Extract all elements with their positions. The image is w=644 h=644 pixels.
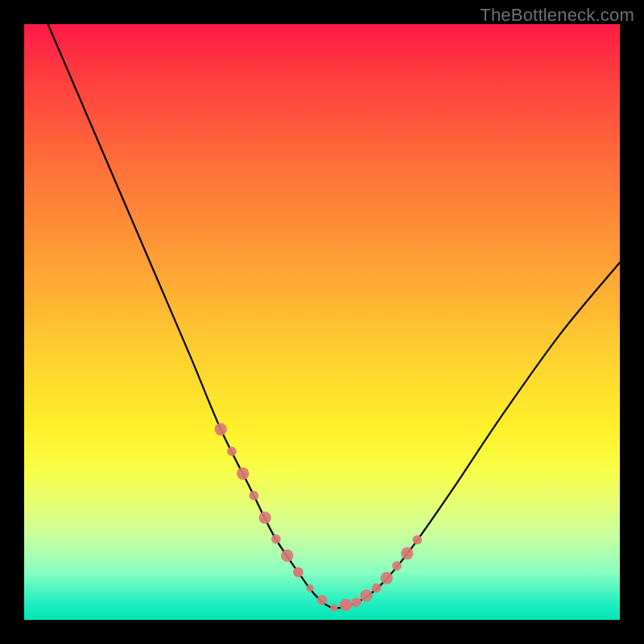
data-marker [227, 447, 237, 456]
data-marker [281, 550, 293, 562]
data-marker [360, 589, 372, 601]
data-marker [294, 568, 303, 577]
bottleneck-curve [24, 24, 620, 620]
data-marker [250, 491, 259, 501]
data-marker [372, 584, 382, 593]
marker-cluster-right [340, 535, 422, 612]
data-marker [351, 597, 361, 607]
data-marker [215, 423, 227, 436]
data-marker [354, 598, 361, 605]
marker-cluster-left [215, 423, 303, 577]
data-marker [293, 567, 303, 577]
chart-plot-area [24, 24, 620, 620]
data-marker [381, 572, 393, 584]
data-marker [401, 547, 413, 559]
data-marker [271, 535, 281, 544]
data-marker [317, 595, 328, 605]
data-marker [307, 584, 314, 592]
curve-line [48, 24, 620, 608]
data-marker [237, 468, 249, 480]
data-marker [340, 599, 352, 611]
data-marker [392, 561, 402, 571]
marker-cluster-trough [293, 567, 361, 611]
data-marker [330, 605, 337, 612]
data-marker [413, 535, 423, 545]
watermark-text: TheBottleneck.com [480, 5, 634, 26]
data-marker [341, 600, 351, 610]
data-marker [259, 511, 271, 523]
